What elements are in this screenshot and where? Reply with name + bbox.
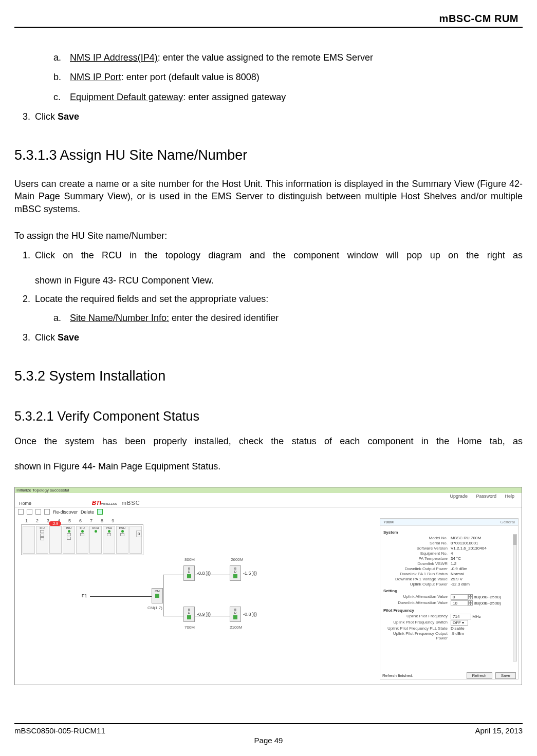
- expand-icon[interactable]: [44, 509, 50, 515]
- text-2a: enter the desired identifier: [169, 313, 279, 323]
- fig-status-bar: Initialize Topology successful: [15, 487, 522, 493]
- panel-row: Uplink Pilot Frequency714 MHz: [381, 614, 517, 619]
- panel-tab-700m[interactable]: 700M: [383, 520, 394, 524]
- slot-2-fiu[interactable]: FIU: [36, 526, 48, 554]
- footer-right: April 15, 2013: [475, 726, 523, 735]
- fig-zero-box: 0: [136, 531, 141, 537]
- heading-5-3-2-1: 5.3.2.1 Verify Component Status: [14, 409, 523, 424]
- step-1: 1. Click on the RCU in the topology diag…: [35, 249, 523, 287]
- label-700m: 700M: [184, 625, 195, 630]
- tag-overlay: -2.9: [49, 521, 61, 526]
- step3b-bold: Save: [58, 332, 79, 343]
- label-site-name: Site Name/Number Info:: [70, 313, 169, 323]
- text-a: : enter the value assigned to the remote…: [158, 52, 373, 63]
- list-item-2a: a.Site Name/Number Info: enter the desir…: [70, 312, 523, 324]
- label-nms-ip-port: NMS IP Port: [70, 72, 121, 82]
- step2-text: Locate the required fields and set the a…: [35, 294, 268, 304]
- step1-line1: Click on the RCU in the topology diagram…: [35, 249, 523, 274]
- zoom-out-icon[interactable]: [27, 509, 32, 515]
- list-item-c: c.Equipment Default gateway: enter assig…: [70, 91, 523, 103]
- panel-section-pilot: Pilot Frequency: [383, 608, 517, 613]
- list-item-a: a.NMS IP Address(IP4): enter the value a…: [70, 51, 523, 64]
- node-700m[interactable]: BD: [183, 607, 195, 622]
- para-5321: Once the system has been properly instal…: [14, 435, 523, 472]
- nested-list-2a: a.Site Name/Number Info: enter the desir…: [14, 312, 523, 324]
- panel-row: Uplink Pilot Frequency SwitchOFF ▾: [381, 620, 517, 626]
- main-list-3: 3.Click Save: [14, 331, 523, 344]
- main-list-1: 3.Click Save: [14, 110, 523, 123]
- main-list-2: 1. Click on the RCU in the topology diag…: [14, 249, 523, 305]
- label-2600m: 2600M: [231, 557, 243, 562]
- slot-num-8: 8: [101, 518, 103, 523]
- panel-row: PA Temperature34 °C: [381, 556, 517, 561]
- fig-top-menu: Upgrade Password Help: [450, 494, 522, 499]
- fig-toolbar: Re-discover Delete: [18, 509, 103, 515]
- panel-row: Downlink PA 1 Run StatusNormal: [381, 572, 517, 576]
- conn-line: [90, 596, 152, 597]
- rediscover-button[interactable]: Re-discover: [53, 509, 78, 515]
- para-5321-l1: Once the system has been properly instal…: [14, 435, 523, 460]
- panel-scrollbar[interactable]: [513, 534, 517, 662]
- slot-num-7: 7: [90, 518, 92, 523]
- footer-left: mBSC0850i-005-RUCM11: [14, 726, 105, 735]
- slot-4-biu[interactable]: BIU: [63, 526, 75, 554]
- para-5313-intro: To assign the HU Site name/Number:: [14, 230, 523, 242]
- nested-list-abc: a.NMS IP Address(IP4): enter the value a…: [14, 51, 523, 103]
- save-button[interactable]: Save: [495, 672, 516, 679]
- panel-row: Uplink Output Power-32.3 dBm: [381, 582, 517, 587]
- panel-700m: 700M General System Model No.MBSC RU 700…: [380, 518, 519, 679]
- step3-pre: Click: [35, 111, 58, 122]
- conn-h2: [163, 616, 230, 616]
- panel-row: Software VersionV1.2.1.6_20130404: [381, 546, 517, 551]
- delete-button[interactable]: Delete: [81, 509, 94, 515]
- menu-help[interactable]: Help: [505, 494, 514, 499]
- slot-1[interactable]: [23, 526, 35, 554]
- panel-section-system: System: [383, 530, 517, 535]
- heading-5-3-1-3: 5.3.1.3 Assign HU Site Name/Number: [14, 147, 523, 163]
- footer-rule: [14, 723, 523, 724]
- menu-upgrade[interactable]: Upgrade: [450, 494, 468, 499]
- panel-row: Downlink VSWR1.2: [381, 561, 517, 566]
- refresh-button[interactable]: Refresh: [467, 672, 492, 679]
- logo-bti: BTI: [92, 500, 101, 506]
- label-f1: F1: [82, 593, 87, 598]
- panel-tab-general[interactable]: General: [501, 520, 515, 524]
- refresh-icon[interactable]: [97, 509, 103, 515]
- slot-num-1: 1: [25, 518, 28, 523]
- slot-num-6: 6: [79, 518, 82, 523]
- zoom-in-icon[interactable]: [18, 509, 24, 515]
- page-content: a.NMS IP Address(IP4): enter the value a…: [14, 28, 523, 685]
- sig-2600: -1.5 ))): [243, 571, 257, 576]
- step-3b: 3.Click Save: [35, 331, 523, 344]
- node-cm[interactable]: CM: [152, 588, 163, 603]
- logo-mbsc: mBSC: [122, 500, 140, 506]
- figure-44: Initialize Topology successful Upgrade P…: [14, 487, 522, 685]
- panel-row: Downlink Output Power-0.9 dBm: [381, 566, 517, 571]
- step3b-pre: Click: [35, 332, 58, 343]
- fig-home-divider: [15, 507, 522, 507]
- slot-3[interactable]: [49, 526, 62, 554]
- fig-logo: BTIWIRELESS mBSC: [92, 500, 140, 506]
- menu-password[interactable]: Password: [476, 494, 496, 499]
- node-800m[interactable]: BD: [183, 565, 195, 581]
- label-equipment-gateway: Equipment Default gateway: [70, 92, 183, 102]
- slot-num-5: 5: [68, 518, 71, 523]
- panel-row: Model No.MBSC RU 700M: [381, 536, 517, 540]
- node-2600m[interactable]: BD: [230, 565, 241, 581]
- panel-row: Downlink PA 1 Voltage Value29.9 V: [381, 577, 517, 581]
- tab-home[interactable]: Home: [19, 501, 31, 506]
- panel-row: Serial No.070013010001: [381, 541, 517, 545]
- label-cm: CM(1.7): [147, 606, 162, 610]
- text-c: : enter assigned gateway: [183, 92, 286, 102]
- panel-row: Downlink Attenuation Value10▴▾ dB(0dB~25…: [381, 600, 517, 606]
- para-5313: Users can create a name or a site number…: [14, 178, 523, 215]
- sig-800: -0.8 ))): [197, 571, 211, 576]
- panel-row: Equipment No.4: [381, 551, 517, 556]
- page-footer: mBSC0850i-005-RUCM11 April 15, 2013 Page…: [14, 723, 523, 745]
- footer-page: Page 49: [14, 736, 523, 745]
- node-2100m[interactable]: BD: [230, 607, 241, 622]
- zoom-icon[interactable]: [35, 509, 41, 515]
- slot-num-2: 2: [36, 518, 39, 523]
- header-title: mBSC-CM RUM: [14, 13, 523, 25]
- panel-status: Refresh finished.: [382, 673, 413, 678]
